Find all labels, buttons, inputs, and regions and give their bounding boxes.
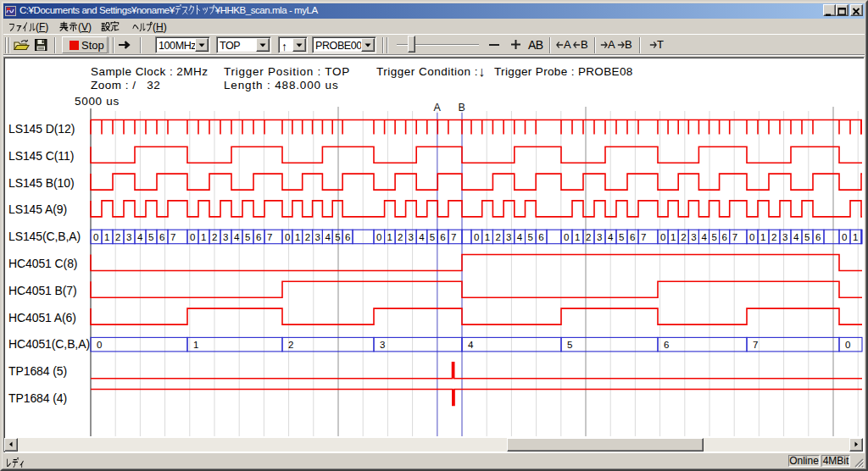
svg-text:5: 5 bbox=[335, 232, 340, 242]
svg-text:7: 7 bbox=[170, 232, 175, 242]
svg-text:1: 1 bbox=[670, 232, 676, 242]
svg-text:0: 0 bbox=[749, 232, 754, 242]
svg-text:3: 3 bbox=[315, 232, 320, 242]
svg-text:HC4051 A(6): HC4051 A(6) bbox=[8, 311, 76, 324]
svg-text:6: 6 bbox=[159, 232, 164, 242]
svg-text:2: 2 bbox=[495, 232, 500, 242]
svg-text:7: 7 bbox=[732, 232, 737, 242]
svg-text:2: 2 bbox=[305, 232, 310, 242]
svg-text:4: 4 bbox=[608, 232, 614, 242]
svg-text:2: 2 bbox=[212, 232, 217, 242]
svg-text:1: 1 bbox=[104, 232, 109, 242]
svg-text:3: 3 bbox=[409, 232, 414, 242]
svg-text:3: 3 bbox=[782, 232, 787, 242]
svg-text:3: 3 bbox=[380, 340, 385, 350]
svg-text:1: 1 bbox=[387, 232, 392, 242]
svg-text:1: 1 bbox=[295, 232, 300, 242]
svg-text:1: 1 bbox=[485, 232, 490, 242]
svg-text:0: 0 bbox=[845, 340, 850, 350]
svg-text:6: 6 bbox=[664, 340, 669, 350]
svg-text:4: 4 bbox=[468, 340, 474, 350]
svg-text:3: 3 bbox=[126, 232, 131, 242]
svg-text:0: 0 bbox=[842, 232, 847, 242]
svg-text:1: 1 bbox=[760, 232, 765, 242]
svg-text:0: 0 bbox=[660, 232, 665, 242]
svg-text:6: 6 bbox=[440, 232, 445, 242]
svg-text:3: 3 bbox=[223, 232, 228, 242]
svg-text:4: 4 bbox=[137, 232, 143, 242]
svg-text:B: B bbox=[459, 102, 465, 114]
svg-text:TP1684 (5): TP1684 (5) bbox=[8, 364, 67, 378]
svg-text:3: 3 bbox=[597, 232, 602, 242]
svg-text:LS145(C,B,A): LS145(C,B,A) bbox=[8, 230, 81, 243]
svg-text:2: 2 bbox=[586, 232, 591, 242]
svg-text:A: A bbox=[434, 102, 442, 114]
svg-text:6: 6 bbox=[630, 232, 635, 242]
svg-text:7: 7 bbox=[451, 232, 456, 242]
svg-text:6: 6 bbox=[256, 232, 261, 242]
svg-text:4: 4 bbox=[419, 232, 425, 242]
svg-text:1: 1 bbox=[193, 340, 198, 350]
svg-text:1: 1 bbox=[201, 232, 206, 242]
svg-text:1: 1 bbox=[575, 232, 580, 242]
svg-text:0: 0 bbox=[190, 232, 195, 242]
svg-text:4: 4 bbox=[325, 232, 331, 242]
svg-text:0: 0 bbox=[97, 340, 102, 350]
svg-text:4: 4 bbox=[234, 232, 240, 242]
svg-text:0: 0 bbox=[474, 232, 479, 242]
svg-text:TP1684 (4): TP1684 (4) bbox=[8, 391, 67, 405]
svg-text:5: 5 bbox=[528, 232, 533, 242]
svg-text:2: 2 bbox=[115, 232, 120, 242]
svg-text:3: 3 bbox=[506, 232, 511, 242]
svg-text:0: 0 bbox=[376, 232, 381, 242]
svg-text:0: 0 bbox=[93, 232, 98, 242]
svg-text:7: 7 bbox=[641, 232, 646, 242]
svg-text:2: 2 bbox=[681, 232, 686, 242]
svg-text:LS145 B(10): LS145 B(10) bbox=[8, 176, 75, 190]
svg-text:7: 7 bbox=[267, 232, 272, 242]
svg-text:7: 7 bbox=[753, 340, 758, 350]
svg-text:0: 0 bbox=[564, 232, 569, 242]
svg-text:2: 2 bbox=[398, 232, 403, 242]
svg-text:4: 4 bbox=[517, 232, 523, 242]
svg-text:LS145 A(9): LS145 A(9) bbox=[8, 202, 67, 216]
svg-text:6: 6 bbox=[722, 232, 727, 242]
svg-text:1: 1 bbox=[853, 232, 858, 242]
svg-text:HC4051 B(7): HC4051 B(7) bbox=[8, 284, 77, 297]
svg-text:HC4051(C,B,A): HC4051(C,B,A) bbox=[8, 337, 90, 351]
svg-text:HC4051 C(8): HC4051 C(8) bbox=[8, 257, 77, 270]
svg-text:5: 5 bbox=[804, 232, 810, 242]
svg-text:5: 5 bbox=[619, 232, 624, 242]
svg-text:2: 2 bbox=[771, 232, 776, 242]
svg-text:4: 4 bbox=[701, 232, 707, 242]
svg-text:6: 6 bbox=[345, 232, 350, 242]
svg-text:6: 6 bbox=[538, 232, 543, 242]
svg-text:5: 5 bbox=[148, 232, 153, 242]
svg-text:2: 2 bbox=[288, 340, 293, 350]
svg-text:LS145 D(12): LS145 D(12) bbox=[8, 122, 75, 136]
svg-text:6: 6 bbox=[815, 232, 821, 242]
svg-text:5: 5 bbox=[712, 232, 717, 242]
svg-text:3: 3 bbox=[691, 232, 696, 242]
svg-text:4: 4 bbox=[793, 232, 799, 242]
svg-text:5: 5 bbox=[567, 340, 572, 350]
svg-text:5: 5 bbox=[430, 232, 435, 242]
svg-text:LS145 C(11): LS145 C(11) bbox=[8, 149, 74, 163]
svg-text:5: 5 bbox=[245, 232, 250, 242]
svg-text:0: 0 bbox=[285, 232, 290, 242]
